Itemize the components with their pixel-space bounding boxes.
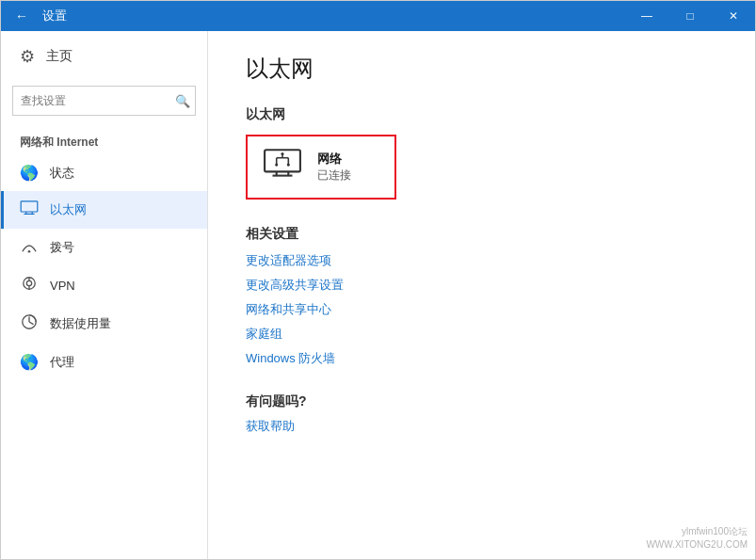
svg-point-21 (275, 163, 278, 166)
home-label: 主页 (46, 48, 72, 65)
content-area: ⚙ 主页 🔍 网络和 Internet 🌎 状态 (1, 31, 755, 559)
dialup-icon (20, 238, 39, 257)
titlebar-controls: — □ ✕ (625, 1, 755, 31)
help-link[interactable]: 获取帮助 (246, 418, 717, 435)
svg-rect-0 (21, 201, 38, 212)
search-icon: 🔍 (169, 86, 195, 116)
watermark-line1: ylmfwin100论坛 (646, 525, 748, 538)
titlebar-left: ← 设置 (8, 3, 67, 29)
sidebar-home[interactable]: ⚙ 主页 (1, 31, 207, 82)
network-card-icon (263, 148, 302, 186)
related-link-network-center[interactable]: 网络和共享中心 (246, 301, 717, 318)
network-card[interactable]: 网络 已连接 (246, 135, 396, 200)
sidebar-item-label-proxy: 代理 (50, 354, 74, 371)
sidebar-section-label: 网络和 Internet (1, 127, 207, 154)
sidebar-item-ethernet[interactable]: 以太网 (1, 191, 207, 229)
sidebar-item-label-status: 状态 (50, 165, 74, 182)
back-icon: ← (15, 8, 28, 24)
titlebar-title: 设置 (42, 8, 67, 24)
related-settings-title: 相关设置 (246, 226, 717, 243)
sidebar-item-label-data: 数据使用量 (50, 315, 111, 332)
main-panel: 以太网 以太网 (208, 31, 755, 559)
sidebar-item-data[interactable]: 数据使用量 (1, 304, 207, 344)
svg-point-6 (26, 280, 31, 285)
ethernet-icon (20, 200, 39, 219)
search-box: 🔍 (12, 86, 196, 116)
help-title: 有问题吗? (246, 393, 717, 410)
related-link-adapter[interactable]: 更改适配器选项 (246, 252, 717, 269)
data-icon (20, 313, 39, 334)
sidebar-item-dialup[interactable]: 拨号 (1, 229, 207, 266)
sidebar-item-label-dialup: 拨号 (50, 239, 74, 256)
maximize-button[interactable]: □ (668, 1, 712, 31)
sidebar: ⚙ 主页 🔍 网络和 Internet 🌎 状态 (1, 31, 208, 559)
home-icon: ⚙ (20, 46, 35, 67)
network-section-label: 以太网 (246, 106, 717, 123)
sidebar-item-proxy[interactable]: 🌎 代理 (1, 344, 207, 380)
sidebar-item-vpn[interactable]: VPN (1, 266, 207, 304)
svg-line-11 (29, 322, 34, 325)
sidebar-item-label-vpn: VPN (50, 279, 75, 293)
svg-point-20 (281, 152, 283, 155)
help-section: 有问题吗? 获取帮助 (246, 393, 717, 435)
vpn-icon (20, 276, 39, 295)
watermark-line2: WWW.XITONG2U.COM (646, 538, 748, 552)
sidebar-item-label-ethernet: 以太网 (50, 201, 87, 218)
settings-window: ← 设置 — □ ✕ ⚙ 主页 🔍 网络和 Internet (0, 0, 756, 560)
network-card-info: 网络 已连接 (317, 151, 351, 184)
page-title: 以太网 (246, 54, 717, 84)
svg-point-4 (28, 250, 31, 253)
network-card-name: 网络 (317, 151, 351, 168)
status-icon: 🌎 (20, 164, 39, 182)
network-card-status: 已连接 (317, 168, 351, 184)
svg-point-22 (287, 163, 290, 166)
close-button[interactable]: ✕ (712, 1, 755, 31)
titlebar: ← 设置 — □ ✕ (1, 1, 755, 31)
watermark: ylmfwin100论坛 WWW.XITONG2U.COM (646, 525, 748, 552)
related-link-sharing[interactable]: 更改高级共享设置 (246, 277, 717, 294)
sidebar-item-status[interactable]: 🌎 状态 (1, 154, 207, 191)
related-link-homegroup[interactable]: 家庭组 (246, 326, 717, 343)
minimize-button[interactable]: — (625, 1, 668, 31)
related-link-firewall[interactable]: Windows 防火墙 (246, 350, 717, 367)
search-input[interactable] (13, 94, 169, 107)
back-button[interactable]: ← (8, 3, 35, 29)
proxy-icon: 🌎 (20, 353, 39, 371)
